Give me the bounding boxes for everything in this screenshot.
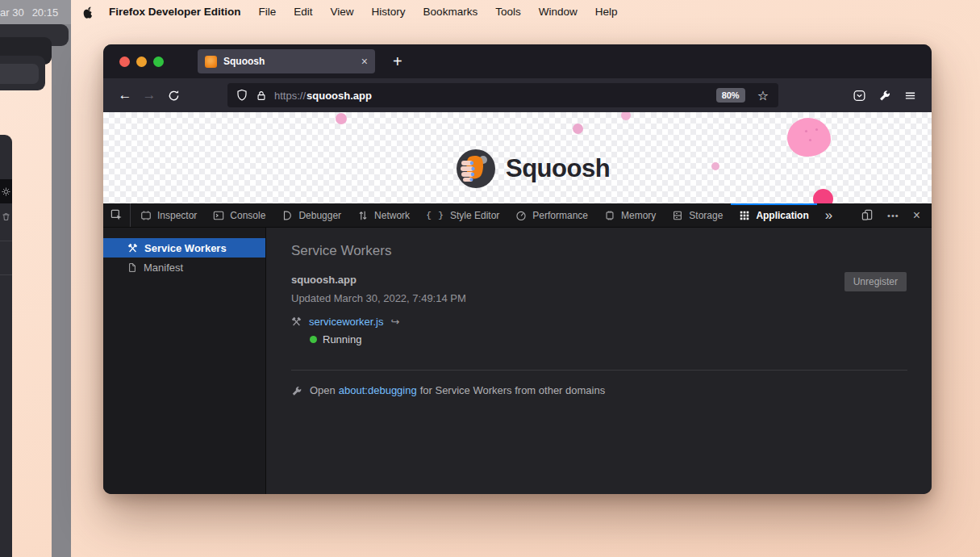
reload-button[interactable] xyxy=(161,90,186,102)
menu-bookmarks[interactable]: Bookmarks xyxy=(415,6,487,18)
devtools-tab-network[interactable]: Network xyxy=(349,203,418,227)
page-viewport: Squoosh xyxy=(103,112,932,203)
pink-dot xyxy=(711,162,719,170)
worker-row: serviceworker.js ↪ xyxy=(291,316,907,328)
menu-tools[interactable]: Tools xyxy=(486,6,530,18)
pink-dot xyxy=(621,112,631,120)
close-window-button[interactable] xyxy=(119,57,130,67)
firefox-window: Squoosh × + ← → https:// squoosh.app 80%… xyxy=(103,44,932,494)
devtools-tab-console[interactable]: Console xyxy=(205,203,273,227)
url-scheme: https:// xyxy=(274,90,306,102)
divider xyxy=(291,370,907,371)
devtools-tab-memory[interactable]: Memory xyxy=(596,203,664,227)
sidebar-item-service-workers[interactable]: Service Workers xyxy=(103,238,265,258)
hammers-icon xyxy=(127,243,138,253)
devtools-tab-style-editor[interactable]: { }Style Editor xyxy=(418,203,507,227)
background-sidebar-gear-row[interactable] xyxy=(0,179,12,203)
devtools-wrench-icon[interactable] xyxy=(878,89,891,102)
new-tab-button[interactable]: + xyxy=(393,52,402,71)
document-icon xyxy=(127,262,137,273)
macos-menubar: Firefox Developer Edition File Edit View… xyxy=(71,0,980,23)
tab-close-icon[interactable]: × xyxy=(361,55,368,68)
wrench-icon xyxy=(291,385,302,396)
footer-text: Openabout:debuggingfor Service Workers f… xyxy=(310,384,605,396)
devtools-body: Service Workers Manifest Service Workers… xyxy=(103,228,932,494)
open-source-arrow-icon[interactable]: ↪ xyxy=(390,316,399,328)
back-button[interactable]: ← xyxy=(113,87,137,103)
panel-heading: Service Workers xyxy=(291,243,907,259)
divider xyxy=(0,274,12,275)
devtools-close-icon[interactable]: × xyxy=(913,208,920,223)
squoosh-favicon-icon xyxy=(205,56,217,68)
worker-origin: squoosh.app xyxy=(291,274,907,286)
toolbar-right-icons xyxy=(853,89,922,103)
devtools-tab-inspector[interactable]: Inspector xyxy=(132,203,205,227)
tab-overflow-chevron[interactable]: » xyxy=(817,203,840,227)
navigation-toolbar: ← → https:// squoosh.app 80% ☆ xyxy=(103,78,932,112)
zoom-level-badge[interactable]: 80% xyxy=(716,88,745,103)
about-debugging-link[interactable]: about:debugging xyxy=(339,384,417,396)
devtools-tab-performance[interactable]: Performance xyxy=(507,203,596,227)
squoosh-logo-icon xyxy=(457,149,495,188)
zoom-window-button[interactable] xyxy=(153,57,164,67)
running-status-icon xyxy=(310,336,317,343)
serviceworker-link[interactable]: serviceworker.js xyxy=(309,316,383,328)
menu-history[interactable]: History xyxy=(363,6,415,18)
pocket-icon[interactable] xyxy=(853,89,866,103)
worker-updated: Updated March 30, 2022, 7:49:14 PM xyxy=(291,292,907,304)
pink-dot xyxy=(336,113,347,124)
menu-edit[interactable]: Edit xyxy=(285,6,321,18)
devtools-tab-debugger[interactable]: Debugger xyxy=(273,203,349,227)
clock-date: ar 30 xyxy=(0,6,24,19)
browser-tab-squoosh[interactable]: Squoosh × xyxy=(198,49,375,73)
clock-time: 20:15 xyxy=(32,6,59,19)
lock-icon[interactable] xyxy=(256,90,267,102)
hamburger-menu-icon[interactable] xyxy=(903,90,917,102)
background-sidebar-trash-row[interactable] xyxy=(0,205,12,228)
url-bar[interactable]: https:// squoosh.app 80% ☆ xyxy=(227,83,778,107)
traffic-lights xyxy=(103,57,175,67)
devtools-tabbar: Inspector Console Debugger Network { }St… xyxy=(103,203,932,228)
devtools-tab-storage[interactable]: Storage xyxy=(664,203,731,227)
menubar-app-name[interactable]: Firefox Developer Edition xyxy=(100,6,250,18)
menu-file[interactable]: File xyxy=(250,6,286,18)
menu-help[interactable]: Help xyxy=(586,6,627,18)
bookmark-star-icon[interactable]: ☆ xyxy=(757,88,769,103)
application-sidebar: Service Workers Manifest xyxy=(103,228,266,494)
tab-strip: Squoosh × + xyxy=(103,44,932,78)
background-window-fragment xyxy=(0,64,39,84)
worker-status-row: Running xyxy=(291,333,907,346)
tab-title: Squoosh xyxy=(223,56,265,67)
menu-window[interactable]: Window xyxy=(530,6,586,18)
forward-button[interactable]: → xyxy=(137,87,161,103)
devtools-menu-icon[interactable]: ••• xyxy=(887,211,899,220)
gear-icon xyxy=(2,187,10,196)
pink-dot xyxy=(813,189,833,203)
trash-icon xyxy=(2,212,10,221)
squoosh-wordmark: Squoosh xyxy=(506,154,610,183)
tracking-shield-icon[interactable] xyxy=(236,89,248,102)
apple-menu[interactable] xyxy=(82,6,94,19)
devtools-toolbar-buttons: ••• × xyxy=(861,203,932,227)
unregister-button[interactable]: Unregister xyxy=(844,272,907,291)
service-workers-panel: Service Workers squoosh.app Updated Marc… xyxy=(266,228,932,494)
devtools-panel: Inspector Console Debugger Network { }St… xyxy=(103,203,932,494)
divider xyxy=(0,241,12,241)
left-screen-edge xyxy=(52,0,71,557)
panel-footer: Openabout:debuggingfor Service Workers f… xyxy=(291,384,907,396)
minimize-window-button[interactable] xyxy=(136,57,147,67)
pink-blob xyxy=(787,118,831,157)
pink-dot xyxy=(573,124,583,134)
braces-icon: { } xyxy=(426,211,444,220)
squoosh-brand: Squoosh xyxy=(457,149,610,188)
url-host: squoosh.app xyxy=(307,90,372,102)
left-screen-menubar: ar 30 20:15 xyxy=(0,0,71,24)
menu-view[interactable]: View xyxy=(322,6,363,18)
worker-status: Running xyxy=(323,333,361,346)
devtools-tab-application[interactable]: Application xyxy=(731,203,816,227)
responsive-design-icon[interactable] xyxy=(861,209,874,221)
pick-element-button[interactable] xyxy=(103,203,131,227)
sidebar-item-manifest[interactable]: Manifest xyxy=(103,258,265,277)
hammers-icon xyxy=(291,316,302,327)
